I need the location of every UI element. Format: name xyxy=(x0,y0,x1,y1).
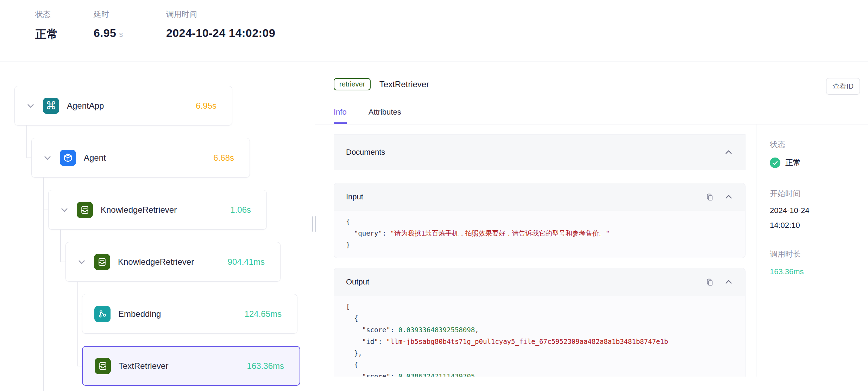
status-summary: 状态 正常 xyxy=(35,9,94,42)
collapse-icon[interactable] xyxy=(724,192,733,201)
detail-content: Documents Input xyxy=(315,124,868,377)
node-name: Agent xyxy=(84,153,106,163)
documents-section-header[interactable]: Documents xyxy=(334,134,746,170)
cube-icon xyxy=(60,150,76,166)
input-section-header[interactable]: Input xyxy=(334,183,745,211)
chevron-down-icon[interactable] xyxy=(43,153,52,162)
retriever-icon xyxy=(77,202,93,218)
trace-summary-header: 状态 正常 延时 6.95s 调用时间 2024-10-24 14:02:09 xyxy=(0,0,868,62)
view-id-button[interactable]: 查看ID xyxy=(826,78,860,95)
sidebar-start-date: 2024-10-24 xyxy=(770,206,861,215)
latency-summary: 延时 6.95s xyxy=(94,9,166,40)
retriever-icon xyxy=(95,358,111,374)
node-name: TextRetriever xyxy=(119,361,168,371)
input-section-title: Input xyxy=(346,192,363,201)
span-title: TextRetriever xyxy=(379,79,429,89)
sidebar-status-label: 状态 xyxy=(770,139,861,150)
chevron-down-icon[interactable] xyxy=(60,205,69,214)
trace-viewer: 状态 正常 延时 6.95s 调用时间 2024-10-24 14:02:09 … xyxy=(0,0,868,391)
node-name: Embedding xyxy=(118,309,161,319)
latency-unit: s xyxy=(119,30,123,39)
node-name: AgentApp xyxy=(67,101,104,111)
tree-node-agent[interactable]: Agent 6.68s xyxy=(31,138,250,178)
tree-node-knowledgeretriever-2[interactable]: KnowledgeRetriever 904.41ms xyxy=(65,242,281,282)
success-check-icon xyxy=(770,158,780,168)
output-code-block: [ { "score": 0.03933648392558098, "id": … xyxy=(334,296,745,377)
detail-header: retriever TextRetriever 查看ID xyxy=(315,62,868,98)
tree-node-knowledgeretriever-1[interactable]: KnowledgeRetriever 1.06s xyxy=(48,190,267,230)
latency-number: 6.95 xyxy=(94,27,116,39)
sidebar-duration-label: 调用时长 xyxy=(770,249,861,259)
status-value: 正常 xyxy=(35,27,94,42)
call-time-value: 2024-10-24 14:02:09 xyxy=(166,27,275,40)
tab-info[interactable]: Info xyxy=(334,108,347,124)
input-code-block: { "query": "请为我挑1款百炼手机，拍照效果要好，请告诉我它的型号和参… xyxy=(334,211,745,258)
call-time-label: 调用时间 xyxy=(166,9,275,20)
node-duration: 6.95s xyxy=(196,101,216,111)
retriever-icon xyxy=(94,254,110,270)
tree-node-agentapp[interactable]: ⌘ AgentApp 6.95s xyxy=(14,86,232,126)
span-tree-panel: ⌘ AgentApp 6.95s Agent 6.68s KnowledgeRe… xyxy=(0,62,314,391)
node-duration: 124.65ms xyxy=(245,309,282,319)
span-detail-panel: retriever TextRetriever 查看ID Info Attrib… xyxy=(315,62,868,391)
detail-main-column: Documents Input xyxy=(315,124,756,377)
output-section: Output [ { "score": 0.03933648392558098,… xyxy=(334,268,746,377)
collapse-icon[interactable] xyxy=(724,148,733,157)
node-name: KnowledgeRetriever xyxy=(118,257,194,267)
sidebar-status-value: 正常 xyxy=(785,158,801,168)
copy-icon[interactable] xyxy=(705,193,714,201)
sidebar-start-time-label: 开始时间 xyxy=(770,188,861,199)
tree-node-embedding[interactable]: Embedding 124.65ms xyxy=(82,294,297,334)
latency-value: 6.95s xyxy=(94,27,166,40)
detail-sidebar: 状态 正常 开始时间 2024-10-24 14:02:10 调用时长 163.… xyxy=(756,124,868,377)
span-kind-badge: retriever xyxy=(334,78,371,90)
node-duration: 1.06s xyxy=(230,205,251,215)
detail-tabs: Info Attributes xyxy=(315,108,868,124)
call-time-summary: 调用时间 2024-10-24 14:02:09 xyxy=(166,9,275,40)
documents-section-title: Documents xyxy=(346,148,385,157)
panel-resize-handle[interactable] xyxy=(311,216,317,232)
node-duration: 163.36ms xyxy=(247,361,284,371)
output-section-title: Output xyxy=(346,277,369,287)
status-label: 状态 xyxy=(35,9,94,20)
output-section-header[interactable]: Output xyxy=(334,268,745,296)
node-duration: 904.41ms xyxy=(228,257,265,267)
sidebar-start-time: 14:02:10 xyxy=(770,221,861,230)
tab-attributes[interactable]: Attributes xyxy=(369,108,401,124)
collapse-icon[interactable] xyxy=(724,277,733,287)
chevron-down-icon[interactable] xyxy=(26,101,35,110)
chevron-down-icon[interactable] xyxy=(77,257,86,267)
sidebar-duration-value: 163.36ms xyxy=(770,267,861,276)
command-icon: ⌘ xyxy=(43,98,59,114)
sidebar-status-row: 正常 xyxy=(770,158,861,168)
tree-node-textretriever[interactable]: TextRetriever 163.36ms xyxy=(82,346,300,386)
node-duration: 6.68s xyxy=(213,153,234,163)
embedding-icon xyxy=(94,306,111,322)
latency-label: 延时 xyxy=(94,9,166,20)
copy-icon[interactable] xyxy=(705,278,714,287)
input-section: Input { "query": "请为我挑1款百炼手机，拍照效果要好，请告诉我… xyxy=(334,183,746,258)
node-name: KnowledgeRetriever xyxy=(101,205,177,215)
